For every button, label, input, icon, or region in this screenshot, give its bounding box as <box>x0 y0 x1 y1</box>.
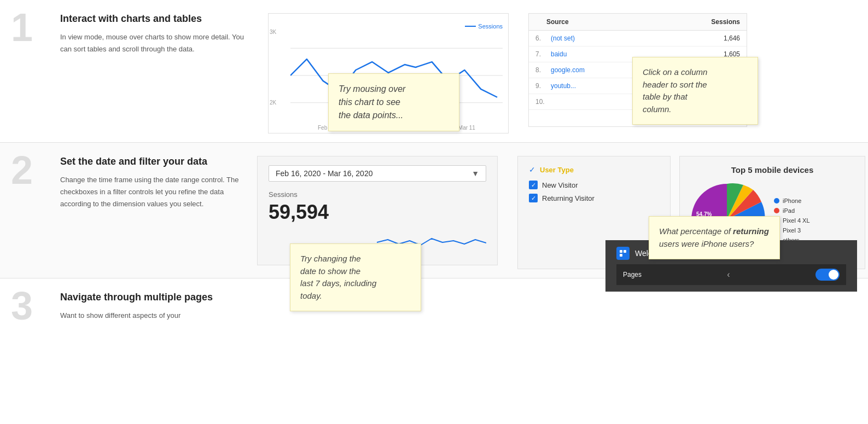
sticky-note-2: Click on a columnheader to sort thetable… <box>632 57 758 125</box>
svg-rect-4 <box>624 250 626 253</box>
toggle-knob <box>829 270 838 280</box>
y-label-2k: 2K <box>270 100 276 106</box>
legend-label-pixel3: Pixel 3 <box>783 227 801 234</box>
date-range-label: Feb 16, 2020 - Mar 16, 2020 <box>276 169 372 178</box>
pages-chevron-icon: ‹ <box>727 270 730 280</box>
table-header: Source Sessions <box>529 14 747 31</box>
new-visitor-label: New Visitor <box>542 181 578 189</box>
section-2-title: Set the date and filter your data <box>60 156 246 167</box>
returning-visitor-checkbox-row[interactable]: ✓ Returning Visitor <box>529 194 659 202</box>
section-1-text: Interact with charts and tables In view … <box>60 13 257 55</box>
sticky-2-text: Click on a columnheader to sort thetable… <box>643 67 707 114</box>
returning-visitor-checkbox[interactable]: ✓ <box>529 194 538 202</box>
section-3-title: Navigate through multiple pages <box>60 292 246 303</box>
section-number-3: 3 <box>11 286 55 326</box>
pages-footer: Pages ‹ <box>616 264 846 285</box>
new-visitor-checkbox-row[interactable]: ✓ New Visitor <box>529 181 659 189</box>
section-3-text: Navigate through multiple pages Want to … <box>60 292 246 322</box>
section-1-content: Sessions 3K 2K Feb 28 Mar 5 Mar 11 <box>268 13 857 133</box>
legend-dot-iphone <box>774 198 779 204</box>
date-range-selector[interactable]: Feb 16, 2020 - Mar 16, 2020 ▼ <box>269 165 486 182</box>
svg-rect-3 <box>620 250 622 253</box>
section-1: 1 Interact with charts and tables In vie… <box>0 0 868 143</box>
section-number-2: 2 <box>11 150 55 190</box>
chart-legend-label: Sessions <box>465 23 503 30</box>
svg-rect-5 <box>620 254 622 257</box>
pie-title: Top 5 mobile devices <box>689 165 856 175</box>
legend-dot-ipad <box>774 208 779 213</box>
sessions-metric-value: 59,594 <box>269 201 486 224</box>
pages-label: Pages <box>623 271 642 278</box>
toggle-switch[interactable] <box>815 269 840 281</box>
table-row: 6. (not set) 1,646 <box>529 31 747 47</box>
new-visitor-checkbox[interactable]: ✓ <box>529 181 538 189</box>
legend-iphone: iPhone <box>774 198 810 204</box>
sticky-note-1: Try mousing overthis chart to seethe dat… <box>328 73 459 131</box>
section-3-desc: Want to show different aspects of your <box>60 310 246 322</box>
data-studio-logo-icon <box>619 249 627 257</box>
section-2-text: Set the date and filter your data Change… <box>60 156 246 210</box>
section-2-content: Feb 16, 2020 - Mar 16, 2020 ▼ Sessions 5… <box>257 156 865 269</box>
col-source[interactable]: Source <box>535 18 711 26</box>
sticky-note-3: Try changing thedate to show thelast 7 d… <box>290 243 421 311</box>
sticky-1-text: Try mousing overthis chart to seethe dat… <box>339 84 405 120</box>
x-label-mar11: Mar 11 <box>458 125 475 131</box>
legend-label-pixel4: Pixel 4 XL <box>783 217 810 224</box>
legend-ipad: iPad <box>774 207 810 214</box>
filter-title: User Type <box>540 166 574 174</box>
sticky-4-text: What percentage of returning users were … <box>659 226 769 248</box>
section-2: 2 Set the date and filter your data Chan… <box>0 143 868 278</box>
data-studio-icon <box>616 247 630 260</box>
legend-label-ipad: iPad <box>783 207 795 214</box>
legend-label-iphone: iPhone <box>783 198 801 204</box>
sessions-metric-label: Sessions <box>269 190 486 199</box>
section-number-1: 1 <box>11 8 55 47</box>
col-sessions[interactable]: Sessions <box>711 18 740 26</box>
y-label-3k: 3K <box>270 29 276 35</box>
chart-y-labels: 3K 2K <box>270 29 276 106</box>
date-range-arrow-icon: ▼ <box>471 169 479 178</box>
sticky-3-text: Try changing thedate to show thelast 7 d… <box>300 254 376 300</box>
section-1-desc: In view mode, mouse over charts to show … <box>60 31 257 55</box>
section-2-desc: Change the time frame using the date ran… <box>60 174 246 210</box>
section-1-title: Interact with charts and tables <box>60 13 257 25</box>
filter-checkmark-icon: ✓ <box>529 165 535 174</box>
main-container: 1 Interact with charts and tables In vie… <box>0 0 868 424</box>
returning-visitor-label: Returning Visitor <box>542 194 595 202</box>
section-3: 3 Navigate through multiple pages Want t… <box>0 278 868 334</box>
sticky-note-4: What percentage of returning users were … <box>649 216 780 259</box>
filter-header: ✓ User Type <box>529 165 659 174</box>
